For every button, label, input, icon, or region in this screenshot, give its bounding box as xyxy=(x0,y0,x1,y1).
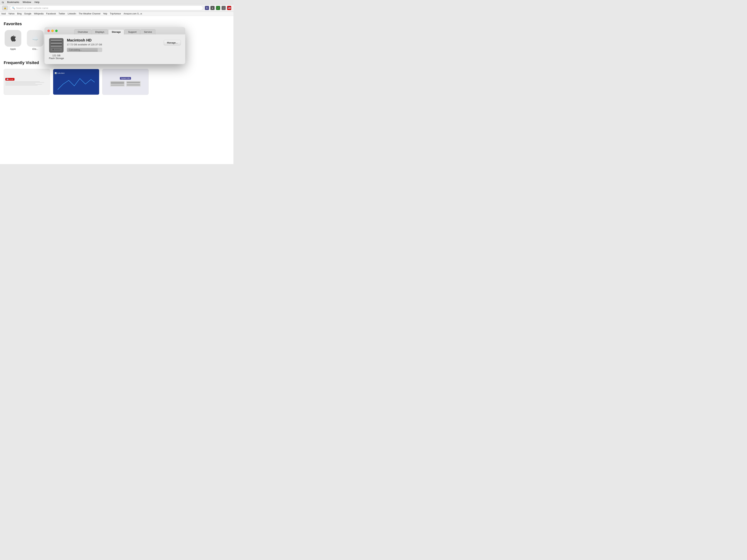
menu-item-window[interactable]: Window xyxy=(23,1,31,3)
tab-storage[interactable]: Storage xyxy=(108,29,124,34)
storage-info: Macintosh HD 17.72 GB available of 120.3… xyxy=(67,38,181,52)
hdd-stripe-2 xyxy=(51,41,62,42)
main-content: Favorites Apple ☁️ iClo... TheWeatherCha… xyxy=(0,16,233,164)
menu-item-help[interactable]: Help xyxy=(34,1,40,3)
bookmark-tripadvisor[interactable]: TripAdvisor xyxy=(110,12,121,15)
disk-visual: 121 GB Flash Storage xyxy=(49,38,64,60)
extension-icon-access[interactable]: ⑁ xyxy=(222,6,226,10)
maximize-button[interactable] xyxy=(55,30,58,32)
traffic-lights xyxy=(47,30,58,32)
bookmark-weather[interactable]: The Weather Channel xyxy=(79,12,100,15)
disk-name: Macintosh HD xyxy=(67,38,102,43)
hdd-stripe-5 xyxy=(51,46,62,47)
search-placeholder: Search or enter website name xyxy=(16,7,48,9)
bookmark-linkedin[interactable]: LinkedIn xyxy=(68,12,76,15)
freq-calculator[interactable]: 📊 Calculator xyxy=(53,69,99,95)
menu-item-history[interactable]: ry xyxy=(2,1,4,3)
flag-icon[interactable]: 🇺🇸 xyxy=(227,6,231,10)
storage-available: 17.72 GB available of 120.37 GB xyxy=(67,43,102,46)
bookmark-facebook[interactable]: Facebook xyxy=(46,12,56,15)
system-info-dialog: Overview Displays Storage Support Servic… xyxy=(45,27,185,64)
bookmark-yelp[interactable]: Yelp xyxy=(103,12,107,15)
dialog-tabs: Overview Displays Storage Support Servic… xyxy=(74,29,156,34)
close-button[interactable] xyxy=(47,30,50,32)
storage-bar-fill: Calculating... xyxy=(67,48,98,52)
toolbar-icons: B ● ✓ ⑁ 🇺🇸 xyxy=(205,6,231,10)
nav-button[interactable]: 🔒 xyxy=(2,6,8,10)
hdd-stripe-4 xyxy=(51,44,62,45)
dialog-body: 121 GB Flash Storage Macintosh HD 17.72 … xyxy=(45,34,185,64)
address-bar[interactable]: 🔍 Search or enter website name xyxy=(10,5,203,10)
bookmarks-bar: loud Yahoo Bing Google Wikipedia Faceboo… xyxy=(0,12,233,16)
bookmark-yahoo[interactable]: Yahoo xyxy=(8,12,15,15)
minimize-button[interactable] xyxy=(51,30,54,32)
dialog-titlebar: Overview Displays Storage Support Servic… xyxy=(45,27,185,34)
menu-bar: ry Bookmarks Window Help xyxy=(0,0,233,4)
icloud-label: iClo... xyxy=(32,48,38,50)
toolbar: 🔒 🔍 Search or enter website name B ● ✓ ⑁… xyxy=(0,4,233,12)
storage-content: 121 GB Flash Storage Macintosh HD 17.72 … xyxy=(49,38,181,60)
bookmark-icloud[interactable]: loud xyxy=(1,12,6,15)
freq-grid: 📧 Gmail 📊 Calculator Sys xyxy=(4,69,230,95)
freq-gmail[interactable]: 📧 Gmail xyxy=(4,69,50,95)
apple-label: Apple xyxy=(10,48,16,50)
bookmark-bing[interactable]: Bing xyxy=(17,12,22,15)
bookmark-wikipedia[interactable]: Wikipedia xyxy=(34,12,44,15)
bookmark-twitter[interactable]: Twitter xyxy=(58,12,65,15)
manage-button[interactable]: Manage... xyxy=(164,40,181,45)
favorites-title: Favorites xyxy=(4,22,230,26)
extension-icon-dot[interactable]: ● xyxy=(210,6,214,10)
extension-icon-check[interactable]: ✓ xyxy=(216,6,220,10)
icloud-icon: ☁️ xyxy=(27,30,44,47)
hdd-image xyxy=(49,38,63,53)
freq-system[interactable]: System Info xyxy=(102,69,149,95)
tab-displays[interactable]: Displays xyxy=(92,29,108,34)
tab-support[interactable]: Support xyxy=(125,29,140,34)
storage-bar: Calculating... xyxy=(67,48,102,52)
hdd-stripe-1 xyxy=(51,40,62,41)
menu-item-bookmarks[interactable]: Bookmarks xyxy=(7,1,19,3)
favorite-apple[interactable]: Apple xyxy=(4,30,22,53)
bookmark-amazon[interactable]: Amazon.com S...e: xyxy=(124,12,142,15)
disk-size: 121 GB Flash Storage xyxy=(49,54,64,60)
hdd-stripe-3 xyxy=(51,43,62,44)
frequently-visited-section: Frequently Visited 📧 Gmail 📊 Calculator xyxy=(4,60,230,95)
favorite-icloud[interactable]: ☁️ iClo... xyxy=(26,30,45,53)
tab-overview[interactable]: Overview xyxy=(74,29,91,34)
tab-service[interactable]: Service xyxy=(140,29,155,34)
apple-icon xyxy=(5,30,21,47)
bookmark-google[interactable]: Google xyxy=(24,12,31,15)
extension-icon-b[interactable]: B xyxy=(205,6,209,10)
calculating-text: Calculating... xyxy=(69,49,82,51)
